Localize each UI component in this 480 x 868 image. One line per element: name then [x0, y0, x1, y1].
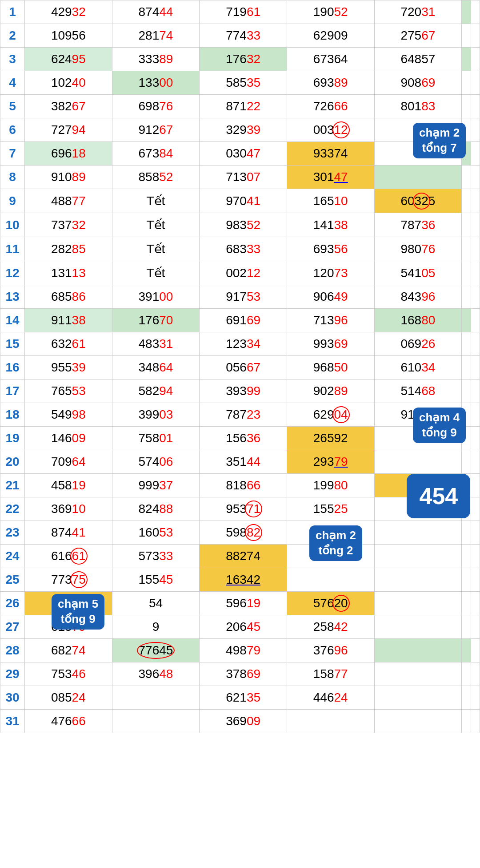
- table-cell: 71396: [287, 309, 374, 332]
- table-cell: 90649: [287, 285, 374, 309]
- table-cell: 39100: [112, 285, 200, 309]
- empty-cell: [471, 403, 480, 427]
- empty-cell: [471, 213, 480, 237]
- table-cell: 37696: [287, 639, 374, 662]
- table-cell: 95539: [25, 356, 112, 379]
- table-cell: 10240: [25, 71, 112, 95]
- table-cell: 28285: [25, 237, 112, 261]
- table-cell: 17670: [112, 309, 200, 332]
- table-cell: 62904: [287, 403, 374, 427]
- table-cell: 36909: [200, 710, 287, 733]
- table-cell: 98352: [200, 213, 287, 237]
- table-cell: 14138: [287, 213, 374, 237]
- table-cell: 00312: [287, 118, 374, 142]
- row-num: 12: [0, 261, 25, 285]
- table-cell: [374, 545, 462, 568]
- table-cell: 87441: [25, 521, 112, 545]
- table-cell: 48877: [25, 189, 112, 213]
- table-cell: 91267: [112, 118, 200, 142]
- table-cell: [374, 450, 462, 474]
- table-cell: [374, 521, 462, 545]
- table-cell: 35144: [200, 450, 287, 474]
- table-cell: 25842: [287, 615, 374, 639]
- row-num: 24: [0, 545, 25, 568]
- tooltip-line2: tổng 2: [318, 544, 353, 557]
- table-cell: [374, 592, 462, 615]
- row-num: 3: [0, 48, 25, 71]
- empty-cell: [462, 662, 471, 686]
- table-cell: 60325: [374, 189, 462, 213]
- table-cell: 39648: [112, 662, 200, 686]
- table-cell: 84396: [374, 285, 462, 309]
- big-badge-454: 454: [407, 474, 470, 518]
- empty-cell: [462, 261, 471, 285]
- table-cell: 454: [374, 474, 462, 497]
- row-num: 23: [0, 521, 25, 545]
- tooltip-line1: chạm 4: [419, 411, 460, 424]
- table-cell: 16510: [287, 189, 374, 213]
- table-cell: 76553: [25, 379, 112, 403]
- table-cell: 08524: [25, 686, 112, 710]
- table-cell: 57620: [287, 592, 374, 615]
- table-cell: Tết: [112, 237, 200, 261]
- table-cell: [287, 710, 374, 733]
- row-num: 30: [0, 686, 25, 710]
- table-cell: 30147: [287, 166, 374, 189]
- table-cell: 9: [112, 615, 200, 639]
- table-cell: 82488: [112, 497, 200, 521]
- table-cell: 03047: [200, 142, 287, 166]
- table-cell: 98076: [374, 237, 462, 261]
- table-cell: 62909: [287, 24, 374, 48]
- table-cell: 19052: [287, 0, 374, 24]
- empty-cell: [462, 545, 471, 568]
- table-cell: 68274: [25, 639, 112, 662]
- table-cell: 33389: [112, 48, 200, 71]
- table-cell: 16342: [200, 568, 287, 592]
- table-cell: 28174: [112, 24, 200, 48]
- table-cell: 54998: [25, 403, 112, 427]
- row-num: 16: [0, 356, 25, 379]
- empty-cell: [471, 285, 480, 309]
- table-cell: 10956: [25, 24, 112, 48]
- table-cell: 67364: [287, 48, 374, 71]
- row-num: 19: [0, 427, 25, 450]
- empty-cell: [471, 615, 480, 639]
- table-cell: 15525: [287, 497, 374, 521]
- table-cell: 00212: [200, 261, 287, 285]
- table-cell: 69356: [287, 237, 374, 261]
- empty-cell: [471, 189, 480, 213]
- row-num: 15: [0, 332, 25, 356]
- table-cell: 69169: [200, 309, 287, 332]
- empty-cell: [462, 285, 471, 309]
- table-cell: 29379: [287, 450, 374, 474]
- empty-cell: [471, 142, 480, 166]
- table-cell: [287, 568, 374, 592]
- table-cell: 64857: [374, 48, 462, 71]
- table-cell: 97041: [200, 189, 287, 213]
- empty-cell: [471, 261, 480, 285]
- table-cell: 27567: [374, 24, 462, 48]
- row-num: 1: [0, 0, 25, 24]
- table-cell: 54105: [374, 261, 462, 285]
- row-num: 9: [0, 189, 25, 213]
- row-num: 20: [0, 450, 25, 474]
- table-cell: 99937: [112, 474, 200, 497]
- table-cell: 38267: [25, 95, 112, 118]
- table-cell: 16880: [374, 309, 462, 332]
- table-cell: [374, 166, 462, 189]
- table-cell: 13113: [25, 261, 112, 285]
- row-num: 31: [0, 710, 25, 733]
- empty-cell: [462, 71, 471, 95]
- row-num: 8: [0, 166, 25, 189]
- empty-cell: [462, 356, 471, 379]
- table-cell: 95371: [200, 497, 287, 521]
- empty-cell: [462, 379, 471, 403]
- empty-cell: [471, 639, 480, 662]
- table-cell: 49879: [200, 639, 287, 662]
- empty-cell: [462, 213, 471, 237]
- tooltip-line1: chạm 5: [58, 597, 98, 610]
- empty-cell: [471, 309, 480, 332]
- row-num: 6: [0, 118, 25, 142]
- table-cell: 99369: [287, 332, 374, 356]
- empty-cell: [471, 710, 480, 733]
